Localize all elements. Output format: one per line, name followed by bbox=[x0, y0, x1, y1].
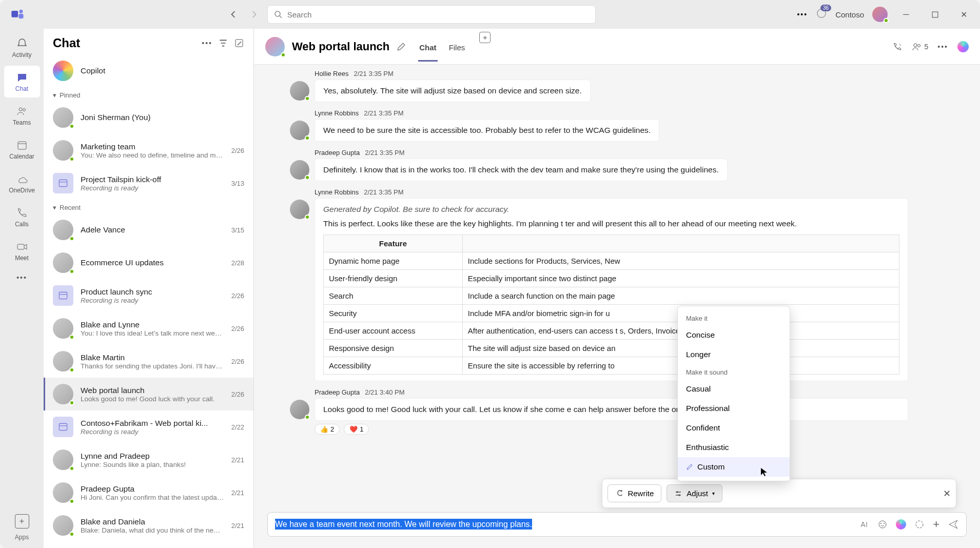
window-close-button[interactable]: ✕ bbox=[953, 7, 974, 22]
call-button[interactable] bbox=[892, 42, 903, 52]
edit-name-button[interactable] bbox=[397, 42, 406, 51]
rail-calls[interactable]: Calls bbox=[4, 201, 40, 233]
svg-rect-0 bbox=[11, 11, 18, 17]
tab-chat[interactable]: Chat bbox=[418, 32, 437, 62]
svg-rect-5 bbox=[932, 12, 938, 17]
compose-box[interactable]: We have a team event next month. We will… bbox=[267, 512, 967, 537]
chat-list-item[interactable]: Project Tailspin kick-offRecording is re… bbox=[44, 167, 253, 200]
avatar bbox=[290, 400, 309, 419]
adjust-option-casual[interactable]: Casual bbox=[678, 379, 790, 399]
avatar bbox=[290, 81, 309, 101]
adjust-option-confident[interactable]: Confident bbox=[678, 418, 790, 438]
team-icon bbox=[53, 285, 73, 306]
nav-forward-button[interactable] bbox=[247, 7, 261, 22]
rail-apps-button[interactable]: + bbox=[15, 514, 29, 529]
chat-list-item[interactable]: Contoso+Fabrikam - Web portal ki...Recor… bbox=[44, 410, 253, 443]
add-tab-button[interactable]: + bbox=[479, 32, 491, 43]
adjust-option-professional[interactable]: Professional bbox=[678, 399, 790, 418]
send-button[interactable] bbox=[948, 519, 959, 530]
chat-item-title: Blake Martin bbox=[81, 353, 224, 362]
rail-teams[interactable]: Teams bbox=[4, 100, 40, 131]
avatar bbox=[290, 160, 309, 180]
message-copilot-generated: Lynne Robbins2/21 3:35 PM Generated by C… bbox=[290, 188, 965, 381]
rail-onedrive[interactable]: OneDrive bbox=[4, 167, 40, 199]
compose-text[interactable]: We have a team event next month. We will… bbox=[275, 520, 859, 529]
notifications-button[interactable]: 36 bbox=[816, 8, 827, 21]
adjust-option-concise[interactable]: Concise bbox=[678, 325, 790, 345]
chat-item-date: 2/26 bbox=[231, 390, 244, 398]
chat-avatar bbox=[265, 37, 285, 56]
copilot-button[interactable] bbox=[957, 41, 969, 52]
avatar bbox=[53, 220, 73, 240]
more-menu-button[interactable] bbox=[797, 10, 808, 19]
message-item: Pradeep Gupta2/21 3:40 PM Looks good to … bbox=[290, 388, 965, 435]
chat-area: Web portal launch Chat Files + 5 Hollie … bbox=[254, 29, 980, 548]
chat-list-item[interactable]: Blake and LynneYou: I love this idea! Le… bbox=[44, 312, 253, 345]
rail-chat[interactable]: Chat bbox=[4, 66, 40, 97]
nav-back-button[interactable] bbox=[226, 7, 241, 22]
rail-activity[interactable]: Activity bbox=[4, 32, 40, 64]
message-item: Pradeep Gupta2/21 3:35 PMDefinitely. I k… bbox=[290, 149, 965, 181]
sidebar-copilot[interactable]: Copilot bbox=[44, 54, 253, 87]
chat-list-item[interactable]: Blake MartinThanks for sending the updat… bbox=[44, 345, 253, 378]
chat-item-title: Product launch sync bbox=[81, 287, 224, 297]
adjust-option-longer[interactable]: Longer bbox=[678, 345, 790, 364]
chat-list-item[interactable]: Marketing teamYou: We also need to defin… bbox=[44, 134, 253, 167]
chat-list-item[interactable]: Joni Sherman (You) bbox=[44, 101, 253, 134]
user-avatar[interactable] bbox=[872, 7, 888, 22]
svg-rect-2 bbox=[18, 14, 23, 18]
window-maximize-button[interactable] bbox=[925, 7, 945, 22]
chat-preview: Thanks for sending the updates Joni. I'l… bbox=[81, 362, 224, 370]
chat-list-item[interactable]: Web portal launchLooks good to me! Good … bbox=[44, 378, 253, 410]
rail-meet[interactable]: Meet bbox=[4, 235, 40, 267]
compose-copilot-button[interactable] bbox=[896, 519, 906, 530]
chat-item-title: Lynne and Pradeep bbox=[81, 452, 224, 461]
message-text: Definitely. I know that is in the works … bbox=[315, 159, 728, 181]
adjust-button[interactable]: Adjust▾ bbox=[667, 484, 722, 502]
chat-list-item[interactable]: Blake and DanielaBlake: Daniela, what di… bbox=[44, 509, 253, 542]
chat-list-item[interactable]: Pradeep GuptaHi Joni. Can you confirm th… bbox=[44, 476, 253, 509]
chat-item-date: 3/13 bbox=[231, 180, 244, 187]
rail-more-button[interactable] bbox=[16, 271, 27, 283]
sidebar-title: Chat bbox=[53, 36, 195, 50]
copilot-close-button[interactable]: ✕ bbox=[943, 488, 951, 499]
people-button[interactable]: 5 bbox=[912, 42, 928, 52]
compose-add-button[interactable]: + bbox=[933, 518, 939, 531]
svg-point-6 bbox=[19, 108, 22, 111]
reaction[interactable]: 👍2 bbox=[315, 424, 340, 435]
sidebar-section-pinned[interactable]: ▾Pinned bbox=[44, 87, 253, 101]
sidebar-more-button[interactable] bbox=[202, 38, 212, 48]
chat-list-item[interactable]: Adele Vance3/15 bbox=[44, 213, 253, 246]
rewrite-button[interactable]: Rewrite bbox=[607, 484, 661, 502]
chat-header: Web portal launch Chat Files + 5 bbox=[254, 29, 980, 65]
emoji-button[interactable] bbox=[877, 519, 888, 530]
chat-list-item[interactable]: Ecommerce UI updates2/28 bbox=[44, 246, 253, 279]
reaction[interactable]: ❤️1 bbox=[344, 424, 369, 435]
search-box[interactable] bbox=[267, 5, 596, 24]
adjust-menu: Make it Concise Longer Make it sound Cas… bbox=[677, 306, 790, 481]
adjust-option-enthusiastic[interactable]: Enthusiastic bbox=[678, 438, 790, 457]
tab-files[interactable]: Files bbox=[448, 32, 466, 62]
chat-item-title: Web portal launch bbox=[81, 386, 224, 395]
search-icon bbox=[274, 10, 282, 18]
svg-point-20 bbox=[884, 523, 885, 524]
chat-list-item[interactable]: Lynne and PradeepLynne: Sounds like a pl… bbox=[44, 443, 253, 476]
search-input[interactable] bbox=[287, 10, 589, 19]
new-chat-button[interactable] bbox=[234, 38, 244, 48]
adjust-option-custom[interactable]: Custom bbox=[678, 457, 790, 477]
chat-item-date: 2/21 bbox=[231, 522, 244, 530]
team-icon bbox=[53, 417, 73, 437]
avatar bbox=[290, 200, 309, 219]
format-button[interactable] bbox=[859, 519, 869, 530]
menu-label-make-sound: Make it sound bbox=[678, 364, 790, 379]
chat-item-title: Adele Vance bbox=[81, 225, 224, 234]
chat-more-button[interactable] bbox=[937, 42, 948, 51]
sidebar-section-recent[interactable]: ▾Recent bbox=[44, 200, 253, 213]
filter-icon[interactable] bbox=[219, 38, 228, 48]
loop-button[interactable] bbox=[914, 519, 925, 530]
chat-list-item[interactable]: Product launch syncRecording is ready2/2… bbox=[44, 279, 253, 312]
chat-item-title: Pradeep Gupta bbox=[81, 484, 224, 494]
rail-calendar[interactable]: Calendar bbox=[4, 133, 40, 165]
window-minimize-button[interactable]: ─ bbox=[896, 7, 916, 22]
chat-item-date: 2/21 bbox=[231, 456, 244, 464]
